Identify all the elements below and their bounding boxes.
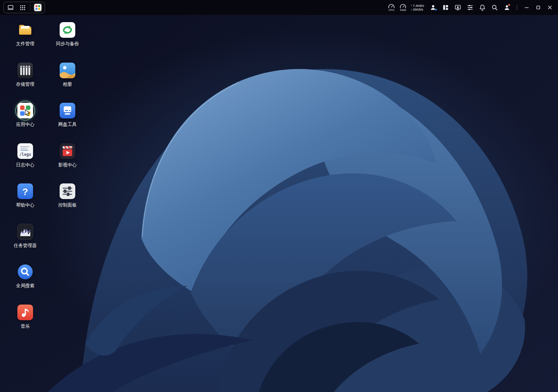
- remote-access-button[interactable]: [453, 2, 463, 13]
- upload-speed: 7.4KB/s: [413, 4, 424, 7]
- widgets-board-icon: [442, 4, 449, 11]
- taskbar: [3, 2, 45, 13]
- activity-graph-icon: [17, 224, 33, 240]
- desktop-icon-log-center[interactable]: /logs 日志中心: [4, 140, 46, 180]
- folder-icon: [17, 22, 33, 38]
- icon-column-1: 文件管理 存储管理: [4, 18, 46, 341]
- netdisk-drive-icon: [59, 102, 76, 119]
- desktop-icon-photos[interactable]: 相册: [46, 59, 89, 99]
- icon-label: 控制面板: [58, 202, 77, 208]
- desktop-icon: [7, 4, 14, 11]
- search-button[interactable]: [490, 2, 500, 13]
- cpu-monitor[interactable]: CPU: [387, 4, 396, 12]
- show-desktop-button[interactable]: [6, 3, 15, 12]
- close-icon: [547, 5, 552, 10]
- logs-icon: /logs: [17, 143, 33, 159]
- upload-arrow-icon: ↑: [410, 4, 412, 7]
- desktop-icon-netdisk-tools[interactable]: 网盘工具: [46, 99, 89, 140]
- icon-label: 影视中心: [58, 162, 77, 168]
- icon-label: 日志中心: [16, 162, 34, 168]
- ram-gauge-icon: [399, 4, 407, 9]
- maximize-button[interactable]: [533, 3, 543, 12]
- sync-arrows-icon: [59, 22, 76, 38]
- account-alert-badge: [508, 4, 510, 6]
- topbar: CPU RAM ↑ 7.4KB/s ↓ 26KB/s: [0, 0, 558, 15]
- account-button[interactable]: [502, 2, 512, 13]
- desktop-icon-app-center[interactable]: 应用中心: [4, 99, 46, 140]
- storage-rack-icon: [17, 62, 33, 79]
- taskbar-separator: [30, 4, 30, 11]
- download-speed: 26KB/s: [413, 7, 423, 11]
- notifications-button[interactable]: [477, 2, 487, 13]
- cpu-label: CPU: [389, 9, 394, 12]
- minimize-button[interactable]: [522, 3, 531, 12]
- desktop-icon-grid: 文件管理 存储管理: [4, 18, 89, 341]
- maximize-icon: [536, 5, 541, 10]
- desktop-icon-storage-manager[interactable]: 存储管理: [4, 59, 46, 99]
- desktop-icon-sync-backup[interactable]: 同步与备份: [46, 18, 89, 59]
- desktop-icon-global-search[interactable]: 全局搜索: [4, 260, 46, 301]
- status-area: CPU RAM ↑ 7.4KB/s ↓ 26KB/s: [387, 2, 555, 13]
- icon-label: 帮助中心: [16, 202, 34, 208]
- remote-display-icon: [454, 4, 461, 11]
- icon-label: 全局搜索: [16, 283, 34, 289]
- icon-label: 文件管理: [16, 41, 34, 47]
- desktop-icon-control-panel[interactable]: 控制面板: [46, 180, 89, 220]
- icon-label: 相册: [63, 81, 72, 87]
- icon-label: 网盘工具: [58, 121, 77, 128]
- desktop-icon-help-center[interactable]: ? 帮助中心: [4, 180, 46, 220]
- search-icon: [491, 4, 498, 11]
- ram-monitor[interactable]: RAM: [398, 4, 408, 12]
- desktop-icon-task-manager[interactable]: 任务管理器: [4, 220, 46, 261]
- task-list-icon: [467, 4, 474, 11]
- photos-icon: [59, 62, 76, 79]
- network-speed-widget[interactable]: ↑ 7.4KB/s ↓ 26KB/s: [410, 4, 424, 11]
- icon-label: 应用中心: [16, 121, 34, 128]
- app-center-icon: [17, 102, 33, 119]
- desktop-icon-music[interactable]: 音乐: [4, 301, 46, 341]
- close-button[interactable]: [545, 3, 555, 12]
- ram-label: RAM: [400, 9, 406, 12]
- desktop[interactable]: CPU RAM ↑ 7.4KB/s ↓ 26KB/s: [0, 0, 558, 392]
- icon-label: 任务管理器: [14, 243, 37, 249]
- app-center-icon: [34, 4, 42, 11]
- running-app-app-center[interactable]: [33, 3, 42, 12]
- download-arrow-icon: ↓: [410, 7, 412, 11]
- desktop-icon-video-center[interactable]: 影视中心: [46, 140, 89, 180]
- global-search-icon: [17, 264, 33, 280]
- logs-icon-text: /logs: [19, 152, 31, 157]
- minimize-icon: [524, 5, 529, 10]
- task-queue-button[interactable]: [465, 2, 475, 13]
- apps-grid-icon: [20, 5, 26, 11]
- widgets-button[interactable]: [440, 2, 451, 13]
- online-badge: [435, 9, 437, 11]
- icon-label: 音乐: [21, 323, 30, 329]
- icon-column-2: 同步与备份 相册: [46, 18, 89, 341]
- control-sliders-icon: [59, 183, 76, 199]
- video-clapper-icon: [59, 143, 76, 159]
- app-launcher-button[interactable]: [18, 3, 27, 12]
- user-sessions-button[interactable]: [428, 2, 438, 13]
- help-icon: ?: [17, 183, 33, 199]
- icon-label: 存储管理: [16, 81, 34, 87]
- desktop-icon-file-manager[interactable]: 文件管理: [4, 18, 46, 59]
- bell-icon: [479, 4, 486, 11]
- cpu-gauge-icon: [388, 4, 395, 9]
- music-note-icon: [17, 304, 33, 321]
- icon-label: 同步与备份: [56, 41, 79, 47]
- question-glyph: ?: [22, 186, 28, 197]
- window-controls-divider: [517, 5, 517, 10]
